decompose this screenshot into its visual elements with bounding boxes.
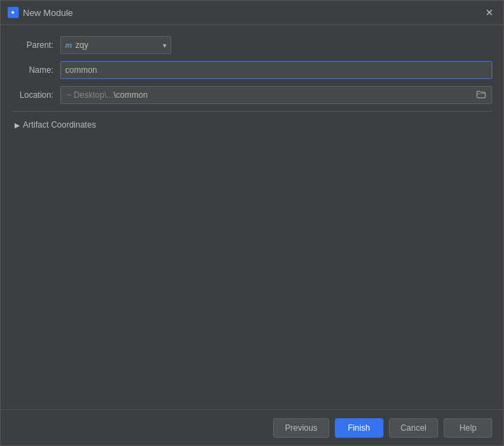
cancel-button[interactable]: Cancel <box>389 418 438 438</box>
title-bar-left: ✦ New Module <box>8 7 73 18</box>
artifact-section: ▶ Artifact Coordinates <box>12 117 492 132</box>
location-input-wrapper: ~ Desktop\...\common <box>60 86 492 104</box>
svg-text:✦: ✦ <box>10 10 15 16</box>
parent-value: zqy <box>76 40 160 50</box>
name-control-wrapper <box>60 61 492 79</box>
location-row: Location: ~ Desktop\...\common <box>12 86 492 104</box>
help-button[interactable]: Help <box>444 418 492 438</box>
name-row: Name: <box>12 61 492 79</box>
name-label: Name: <box>12 65 60 75</box>
module-icon: m <box>65 41 72 49</box>
parent-row: Parent: m zqy ▾ <box>12 36 492 54</box>
separator <box>12 111 492 112</box>
chevron-down-icon: ▾ <box>163 42 166 49</box>
new-module-dialog: ✦ New Module ✕ Parent: m zqy ▾ Name: <box>0 0 504 446</box>
artifact-header[interactable]: ▶ Artifact Coordinates <box>12 117 492 132</box>
parent-dropdown[interactable]: m zqy ▾ <box>60 36 171 54</box>
location-label: Location: <box>12 90 60 100</box>
name-input[interactable] <box>60 61 492 79</box>
previous-button[interactable]: Previous <box>273 418 329 438</box>
location-control-wrapper: ~ Desktop\...\common <box>60 86 492 104</box>
title-bar: ✦ New Module ✕ <box>1 1 503 25</box>
browse-folder-button[interactable] <box>473 88 489 102</box>
dialog-footer: Previous Finish Cancel Help <box>1 409 503 445</box>
dialog-body: Parent: m zqy ▾ Name: Location: <box>1 25 503 409</box>
parent-control-wrapper: m zqy ▾ <box>60 36 492 54</box>
artifact-label: Artifact Coordinates <box>23 120 96 130</box>
location-text: ~ Desktop\...\common <box>64 90 471 100</box>
dialog-icon: ✦ <box>8 7 19 18</box>
expand-arrow-icon: ▶ <box>15 121 20 129</box>
finish-button[interactable]: Finish <box>335 418 383 438</box>
parent-label: Parent: <box>12 40 60 50</box>
dialog-title: New Module <box>23 8 73 18</box>
close-button[interactable]: ✕ <box>483 6 496 19</box>
